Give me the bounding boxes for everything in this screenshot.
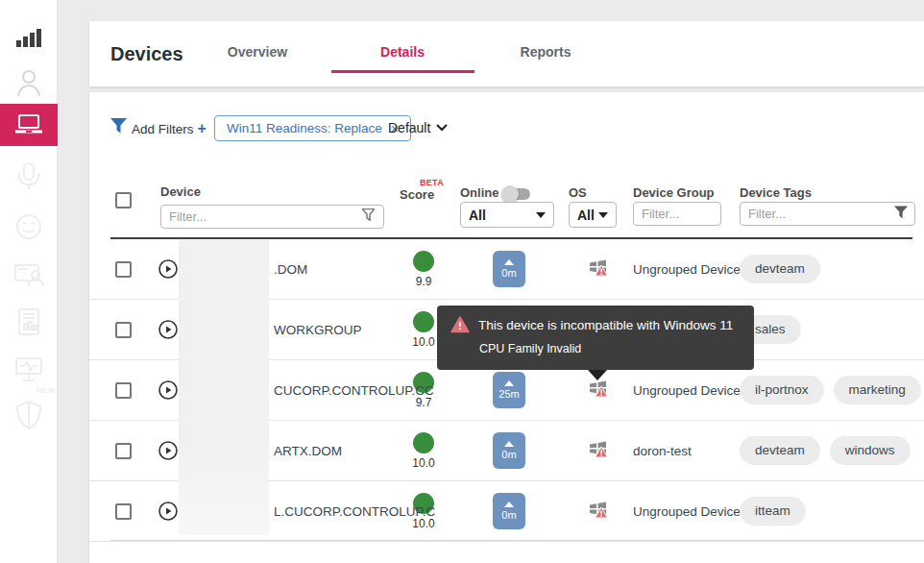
score-cell: 10.0 (408, 432, 439, 470)
microphone-icon (15, 161, 42, 192)
account-card-icon (13, 261, 44, 288)
active-tab-underline (331, 70, 474, 73)
col-device: Device (160, 184, 201, 199)
device-tag: devteam (740, 436, 820, 465)
col-device-group: Device Group (633, 185, 715, 200)
device-filter-funnel-icon[interactable] (362, 208, 375, 221)
device-name: L.CUCORP.CONTROLUP.C (274, 504, 435, 519)
play-icon[interactable] (158, 502, 178, 521)
device-filter-input[interactable] (160, 205, 384, 229)
group-filter-input[interactable] (633, 202, 721, 226)
tooltip-detail: CPU Family Invalid (479, 342, 741, 355)
os-select-value: All (577, 208, 595, 223)
windows-warning-icon[interactable] (588, 438, 609, 459)
online-badge: 0m (493, 251, 525, 287)
tags-filter-funnel-icon[interactable] (894, 206, 908, 219)
filter-chip-win11-readiness[interactable]: Win11 Readiness: Replace × (214, 115, 411, 141)
score-dot (413, 432, 434, 453)
tab-reports[interactable]: Reports (521, 44, 571, 60)
device-name: WORKGROUP (274, 323, 362, 337)
redacted-device-names (179, 240, 269, 535)
tooltip-title: This device is incompatible with Windows… (478, 318, 733, 332)
table-bottom-divider (110, 540, 924, 541)
user-icon (14, 67, 43, 98)
filter-preset-dropdown[interactable]: Default (388, 120, 448, 135)
col-device-tags: Device Tags (740, 185, 812, 200)
tooltip-caret (588, 370, 607, 380)
device-group: doron-test (607, 444, 733, 458)
online-badge: 0m (493, 432, 525, 469)
filter-funnel-icon (110, 118, 127, 134)
score-value: 10.0 (412, 456, 434, 470)
device-tag: itteam (740, 497, 806, 526)
sidebar-item-sentiment[interactable] (0, 206, 58, 248)
play-icon[interactable] (158, 441, 178, 460)
add-filters-button[interactable]: Add Filters+ (132, 120, 207, 137)
windows-warning-icon[interactable] (588, 378, 609, 399)
uptime-caret-icon (504, 380, 514, 386)
row-checkbox[interactable] (115, 261, 132, 278)
score-dot (413, 311, 434, 332)
device-tag: marketing (834, 376, 921, 404)
os-select[interactable]: All (569, 202, 617, 228)
preset-label: Default (388, 120, 430, 135)
tags-filter-input[interactable] (740, 202, 915, 226)
chevron-down-icon (436, 124, 448, 132)
play-icon[interactable] (158, 380, 178, 400)
sidebar-item-security[interactable]: NEW (0, 394, 58, 436)
windows-warning-icon[interactable] (588, 499, 609, 520)
uptime-caret-icon (504, 259, 514, 265)
device-tag: windows (830, 436, 911, 465)
sidebar-item-devices[interactable] (0, 104, 58, 146)
score-dot (413, 251, 434, 272)
sidebar-item-accounts[interactable] (0, 254, 58, 296)
devices-icon (14, 113, 43, 136)
online-duration: 25m (498, 388, 519, 400)
devices-table-card: Add Filters+ Win11 Readiness: Replace × … (89, 92, 924, 563)
online-badge: 25m (493, 372, 525, 408)
sidebar: NEW (0, 0, 58, 563)
add-filters-label: Add Filters (132, 122, 194, 136)
score-value: 9.7 (416, 396, 432, 409)
windows-warning-icon[interactable] (588, 257, 609, 278)
sidebar-item-support[interactable] (0, 156, 58, 198)
sidebar-item-users[interactable] (0, 61, 58, 104)
device-name: ARTX.DOM (274, 444, 342, 458)
tab-overview[interactable]: Overview (228, 44, 287, 60)
score-value: 10.0 (412, 517, 434, 530)
play-icon[interactable] (158, 320, 178, 339)
uptime-caret-icon (504, 502, 514, 507)
sidebar-item-monitoring[interactable] (0, 348, 58, 390)
col-score: Score (400, 187, 434, 202)
device-tag: devteam (740, 255, 820, 283)
sidebar-item-dashboard[interactable] (0, 17, 58, 60)
score-cell: 10.0 (408, 311, 439, 349)
row-checkbox[interactable] (115, 443, 132, 459)
page-header: Devices Overview Details Reports (89, 21, 924, 86)
col-online: Online (460, 185, 498, 200)
device-group: Ungrouped Devices (607, 504, 733, 519)
shield-icon (15, 400, 42, 430)
row-checkbox[interactable] (115, 322, 132, 338)
tab-details[interactable]: Details (380, 44, 425, 60)
col-os: OS (569, 185, 587, 200)
score-value: 9.9 (416, 275, 432, 288)
filter-chip-label: Win11 Readiness: Replace (227, 121, 382, 135)
sidebar-item-reports[interactable] (0, 302, 58, 344)
devices-page: NEW Devices Overview Details Reports Add… (0, 0, 924, 563)
online-select[interactable]: All (460, 202, 554, 228)
online-duration: 0m (501, 267, 516, 279)
warning-triangle-icon (450, 316, 470, 333)
win11-incompatible-tooltip: This device is incompatible with Windows… (437, 306, 754, 370)
new-badge: NEW (36, 386, 56, 395)
score-cell: 9.9 (408, 251, 439, 288)
device-name: .DOM (274, 262, 307, 277)
row-checkbox[interactable] (115, 503, 132, 520)
report-chart-icon (15, 307, 42, 338)
row-checkbox[interactable] (115, 382, 132, 399)
online-toggle[interactable] (503, 188, 530, 200)
play-icon[interactable] (158, 259, 178, 279)
beta-badge: BETA (420, 178, 444, 187)
online-duration: 0m (501, 449, 516, 460)
select-all-checkbox[interactable] (115, 192, 132, 208)
